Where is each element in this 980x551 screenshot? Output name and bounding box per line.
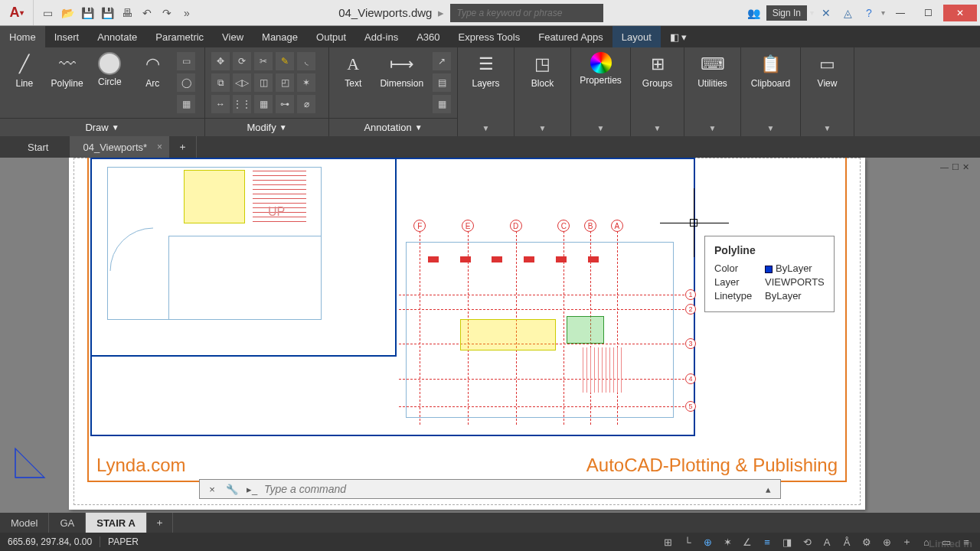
exchange-icon[interactable]: ✕ xyxy=(817,4,835,22)
tab-view[interactable]: View xyxy=(213,26,253,47)
otrack-icon[interactable]: ∠ xyxy=(738,534,756,549)
command-line[interactable]: × 🔧 ▸_ ▴ xyxy=(199,479,781,499)
tool-polyline[interactable]: 〰Polyline xyxy=(49,52,86,89)
filetab-start[interactable]: Start xyxy=(15,136,70,158)
undo-icon[interactable]: ↶ xyxy=(138,4,156,22)
tool-groups[interactable]: ⊞Groups xyxy=(638,52,678,89)
layouttab-stair-a[interactable]: STAIR A xyxy=(86,513,147,533)
fillet-icon[interactable]: ◟ xyxy=(297,52,315,70)
status-space[interactable]: PAPER xyxy=(100,536,146,547)
tab-output[interactable]: Output xyxy=(307,26,355,47)
polar-icon[interactable]: ⊕ xyxy=(698,534,717,549)
arrayrect-icon[interactable]: ▦ xyxy=(254,95,273,113)
command-input[interactable] xyxy=(264,483,756,495)
tool-dimension[interactable]: ⟼Dimension xyxy=(377,52,426,89)
tab-annotate[interactable]: Annotate xyxy=(88,26,146,47)
tool-line[interactable]: ╱Line xyxy=(6,52,43,89)
minimize-button[interactable]: — xyxy=(888,5,913,21)
drawing-area[interactable]: —☐✕ Lynda.com AutoCAD-Plotting & Publish… xyxy=(0,158,980,517)
zoom-fit-icon[interactable]: ⊕ xyxy=(877,534,896,549)
tool-properties[interactable]: Properties xyxy=(577,52,624,86)
panel-layers-expand[interactable]: ▼ xyxy=(458,124,514,136)
tool-layers[interactable]: ☰Layers xyxy=(466,52,506,89)
maximize-button[interactable]: ☐ xyxy=(916,5,940,21)
trim-icon[interactable]: ✂ xyxy=(254,52,273,70)
layouttab-ga[interactable]: GA xyxy=(49,513,86,533)
cloud-icon[interactable]: ▦ xyxy=(433,95,451,113)
cmd-options-icon[interactable]: 🔧 xyxy=(224,481,240,497)
tool-clipboard[interactable]: 📋Clipboard xyxy=(747,52,794,89)
hatch-icon[interactable]: ▦ xyxy=(177,95,195,113)
ortho-icon[interactable]: └ xyxy=(678,534,697,549)
panel-block-expand[interactable]: ▼ xyxy=(514,124,570,136)
ellipse-icon[interactable]: ◯ xyxy=(177,73,195,92)
signin-button[interactable]: Sign In xyxy=(766,5,807,21)
cmd-history-icon[interactable]: ▴ xyxy=(760,481,776,497)
annoscale-icon[interactable]: A xyxy=(818,534,836,549)
break-icon[interactable]: ⌀ xyxy=(297,95,315,113)
stretch-icon[interactable]: ↔ xyxy=(211,95,230,113)
layouttab-add[interactable]: ＋ xyxy=(147,513,173,533)
osnap-icon[interactable]: ✶ xyxy=(718,534,737,549)
tab-parametric[interactable]: Parametric xyxy=(146,26,213,47)
selection-cycling-icon[interactable]: ⟲ xyxy=(798,534,816,549)
tab-featured-apps[interactable]: Featured Apps xyxy=(529,26,612,47)
tab-addins[interactable]: Add-ins xyxy=(355,26,407,47)
copy-icon[interactable]: ⧉ xyxy=(211,73,230,92)
tab-a360[interactable]: A360 xyxy=(407,26,449,47)
a360-icon[interactable]: ◬ xyxy=(838,4,857,22)
move-icon[interactable]: ✥ xyxy=(211,52,230,70)
tool-utilities[interactable]: ⌨Utilities xyxy=(693,52,733,89)
viewport-detail[interactable]: UP xyxy=(90,158,397,357)
tool-view[interactable]: ▭View xyxy=(808,52,848,89)
transparency-icon[interactable]: ◨ xyxy=(778,534,796,549)
close-icon[interactable]: × xyxy=(157,142,162,152)
mirror-icon[interactable]: ◁▷ xyxy=(233,73,251,92)
saveas-icon[interactable]: 💾 xyxy=(98,4,116,22)
save-icon[interactable]: 💾 xyxy=(78,4,96,22)
grid-icon[interactable]: ⊞ xyxy=(658,534,677,549)
close-button[interactable]: ✕ xyxy=(943,5,977,21)
rotate-icon[interactable]: ⟳ xyxy=(233,52,251,70)
tab-insert[interactable]: Insert xyxy=(45,26,89,47)
redo-icon[interactable]: ↷ xyxy=(158,4,176,22)
tab-manage[interactable]: Manage xyxy=(253,26,307,47)
qat-more-icon[interactable]: » xyxy=(178,4,196,22)
tool-circle[interactable]: Circle xyxy=(92,52,129,87)
array-icon[interactable]: ⋮⋮ xyxy=(233,95,251,113)
new-icon[interactable]: ▭ xyxy=(38,4,57,22)
tool-block[interactable]: ◳Block xyxy=(523,52,563,89)
panel-view-expand[interactable]: ▼ xyxy=(801,124,854,136)
open-icon[interactable]: 📂 xyxy=(58,4,77,22)
scale-icon[interactable]: ◰ xyxy=(276,73,294,92)
tool-arc[interactable]: ◠Arc xyxy=(134,52,171,89)
tab-express-tools[interactable]: Express Tools xyxy=(449,26,530,47)
erase-icon[interactable]: ✎ xyxy=(276,52,294,70)
annovis-icon[interactable]: Å xyxy=(838,534,856,549)
plot-icon[interactable]: 🖶 xyxy=(118,4,136,22)
help-search-input[interactable] xyxy=(450,4,603,22)
app-logo[interactable]: A▾ xyxy=(0,0,34,25)
layouttab-model[interactable]: Model xyxy=(0,513,49,533)
leader-icon[interactable]: ↗ xyxy=(433,52,451,70)
ucs-icon[interactable] xyxy=(14,447,46,479)
tab-home[interactable]: Home xyxy=(0,26,45,47)
join-icon[interactable]: ⊶ xyxy=(276,95,294,113)
filetab-active[interactable]: 04_Viewports*× xyxy=(70,136,169,158)
tool-text[interactable]: AText xyxy=(335,52,371,89)
panel-groups-expand[interactable]: ▼ xyxy=(631,124,684,136)
help-icon[interactable]: ? xyxy=(860,4,878,22)
rect-icon[interactable]: ▭ xyxy=(177,52,195,70)
panel-properties-expand[interactable]: ▼ xyxy=(571,124,630,136)
tab-overflow-icon[interactable]: ◧ ▾ xyxy=(661,26,697,47)
table-icon[interactable]: ▤ xyxy=(433,73,451,92)
account-icon[interactable]: 👥 xyxy=(745,4,763,22)
offset-icon[interactable]: ◫ xyxy=(254,73,273,92)
tab-layout[interactable]: Layout xyxy=(612,26,661,47)
lineweight-icon[interactable]: ≡ xyxy=(758,534,776,549)
panel-clipboard-expand[interactable]: ▼ xyxy=(741,124,800,136)
cmd-close-icon[interactable]: × xyxy=(204,481,220,497)
viewport-controls[interactable]: —☐✕ xyxy=(940,162,969,172)
filetab-add[interactable]: ＋ xyxy=(169,136,197,158)
explode-icon[interactable]: ✶ xyxy=(297,73,315,92)
